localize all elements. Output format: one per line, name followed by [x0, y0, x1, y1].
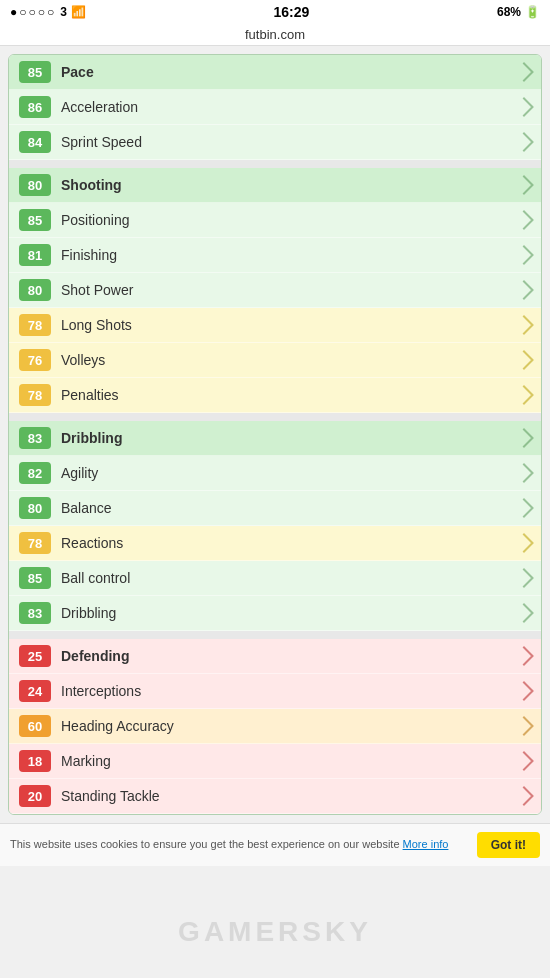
stat-row-defending-3: 20Standing Tackle — [9, 779, 541, 814]
chevron-defending-3 — [514, 786, 534, 806]
stat-row-defending-1: 60Heading Accuracy — [9, 709, 541, 744]
label-pace-0: Acceleration — [61, 99, 511, 115]
label-shooting-4: Volleys — [61, 352, 511, 368]
label-shooting-1: Finishing — [61, 247, 511, 263]
stat-row-defending-0: 24Interceptions — [9, 674, 541, 709]
status-right: 68% 🔋 — [497, 5, 540, 19]
label-defending-header: Defending — [61, 648, 511, 664]
badge-dribbling-1: 80 — [19, 497, 51, 519]
label-shooting-0: Positioning — [61, 212, 511, 228]
badge-shooting-1: 81 — [19, 244, 51, 266]
badge-shooting-2: 80 — [19, 279, 51, 301]
carrier-label: 3 — [60, 5, 67, 19]
stat-row-pace-0: 86Acceleration — [9, 90, 541, 125]
label-dribbling-header: Dribbling — [61, 430, 511, 446]
badge-defending-header: 25 — [19, 645, 51, 667]
section-divider-defending — [9, 631, 541, 639]
chevron-pace-header — [514, 62, 534, 82]
cookie-text: This website uses cookies to ensure you … — [10, 837, 467, 852]
cookie-message: This website uses cookies to ensure you … — [10, 838, 400, 850]
stat-row-shooting-2: 80Shot Power — [9, 273, 541, 308]
label-dribbling-3: Ball control — [61, 570, 511, 586]
label-shooting-3: Long Shots — [61, 317, 511, 333]
label-dribbling-1: Balance — [61, 500, 511, 516]
stats-container: 85Pace86Acceleration84Sprint Speed80Shoo… — [8, 54, 542, 815]
section-header-shooting: 80Shooting — [9, 168, 541, 203]
chevron-dribbling-1 — [514, 498, 534, 518]
chevron-pace-0 — [514, 97, 534, 117]
chevron-dribbling-4 — [514, 603, 534, 623]
badge-dribbling-3: 85 — [19, 567, 51, 589]
chevron-dribbling-2 — [514, 533, 534, 553]
badge-dribbling-4: 83 — [19, 602, 51, 624]
section-header-dribbling: 83Dribbling — [9, 421, 541, 456]
chevron-shooting-4 — [514, 350, 534, 370]
url-bar: futbin.com — [0, 24, 550, 46]
chevron-pace-1 — [514, 132, 534, 152]
badge-dribbling-header: 83 — [19, 427, 51, 449]
stat-row-dribbling-3: 85Ball control — [9, 561, 541, 596]
battery-icon: 🔋 — [525, 5, 540, 19]
stat-row-dribbling-1: 80Balance — [9, 491, 541, 526]
stat-row-dribbling-0: 82Agility — [9, 456, 541, 491]
badge-shooting-4: 76 — [19, 349, 51, 371]
badge-dribbling-0: 82 — [19, 462, 51, 484]
chevron-shooting-3 — [514, 315, 534, 335]
url-text: futbin.com — [245, 27, 305, 42]
label-defending-1: Heading Accuracy — [61, 718, 511, 734]
badge-dribbling-2: 78 — [19, 532, 51, 554]
stat-row-shooting-4: 76Volleys — [9, 343, 541, 378]
chevron-dribbling-header — [514, 428, 534, 448]
badge-shooting-5: 78 — [19, 384, 51, 406]
label-defending-2: Marking — [61, 753, 511, 769]
chevron-dribbling-0 — [514, 463, 534, 483]
badge-defending-0: 24 — [19, 680, 51, 702]
badge-defending-1: 60 — [19, 715, 51, 737]
chevron-shooting-2 — [514, 280, 534, 300]
stat-row-shooting-3: 78Long Shots — [9, 308, 541, 343]
battery-percent: 68% — [497, 5, 521, 19]
chevron-dribbling-3 — [514, 568, 534, 588]
stat-row-dribbling-2: 78Reactions — [9, 526, 541, 561]
chevron-defending-2 — [514, 751, 534, 771]
label-pace-1: Sprint Speed — [61, 134, 511, 150]
label-shooting-5: Penalties — [61, 387, 511, 403]
cookie-banner: This website uses cookies to ensure you … — [0, 823, 550, 866]
chevron-defending-header — [514, 646, 534, 666]
status-bar: ●○○○○ 3 📶 16:29 68% 🔋 — [0, 0, 550, 24]
chevron-shooting-header — [514, 175, 534, 195]
badge-pace-1: 84 — [19, 131, 51, 153]
badge-defending-3: 20 — [19, 785, 51, 807]
wifi-icon: 📶 — [71, 5, 86, 19]
stat-row-shooting-5: 78Penalties — [9, 378, 541, 413]
badge-shooting-header: 80 — [19, 174, 51, 196]
badge-shooting-3: 78 — [19, 314, 51, 336]
status-left: ●○○○○ 3 📶 — [10, 5, 86, 19]
chevron-defending-0 — [514, 681, 534, 701]
section-header-pace: 85Pace — [9, 55, 541, 90]
badge-shooting-0: 85 — [19, 209, 51, 231]
chevron-shooting-5 — [514, 385, 534, 405]
label-defending-3: Standing Tackle — [61, 788, 511, 804]
stat-row-defending-2: 18Marking — [9, 744, 541, 779]
section-divider-dribbling — [9, 413, 541, 421]
stat-row-shooting-1: 81Finishing — [9, 238, 541, 273]
section-divider-shooting — [9, 160, 541, 168]
chevron-defending-1 — [514, 716, 534, 736]
cookie-more-info[interactable]: More info — [403, 838, 449, 850]
label-pace-header: Pace — [61, 64, 511, 80]
stat-row-shooting-0: 85Positioning — [9, 203, 541, 238]
chevron-shooting-0 — [514, 210, 534, 230]
stat-row-dribbling-4: 83Dribbling — [9, 596, 541, 631]
section-header-defending: 25Defending — [9, 639, 541, 674]
label-defending-0: Interceptions — [61, 683, 511, 699]
cookie-accept-button[interactable]: Got it! — [477, 832, 540, 858]
label-shooting-2: Shot Power — [61, 282, 511, 298]
label-dribbling-2: Reactions — [61, 535, 511, 551]
label-dribbling-0: Agility — [61, 465, 511, 481]
badge-defending-2: 18 — [19, 750, 51, 772]
badge-pace-header: 85 — [19, 61, 51, 83]
signal-dots: ●○○○○ — [10, 5, 56, 19]
label-shooting-header: Shooting — [61, 177, 511, 193]
chevron-shooting-1 — [514, 245, 534, 265]
